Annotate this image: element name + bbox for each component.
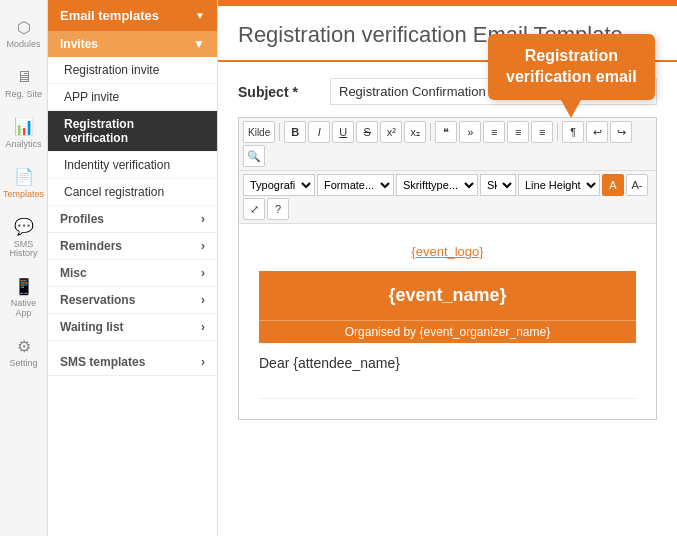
form-area: Subject * Kilde B I U S x² x₂ ❝ » xyxy=(218,62,677,436)
event-logo-placeholder: {event_logo} xyxy=(259,244,636,259)
toolbar-blockquote-btn[interactable]: ❝ xyxy=(435,121,457,143)
toolbar-align-right-btn[interactable]: ≡ xyxy=(531,121,553,143)
invites-group-header[interactable]: Invites ▼ xyxy=(48,31,217,57)
main-content: Registrationverification email Registrat… xyxy=(218,0,677,536)
toolbar-lineheight-select[interactable]: Line Height xyxy=(518,174,600,196)
dear-text: Dear {attendee_name} xyxy=(259,355,636,371)
profiles-chevron-icon: › xyxy=(201,212,205,226)
templates-icon: 📄 xyxy=(13,166,35,188)
toolbar-quote-btn[interactable]: » xyxy=(459,121,481,143)
toolbar-align-left-btn[interactable]: ≡ xyxy=(483,121,505,143)
waiting-list-section[interactable]: Waiting list › xyxy=(48,314,217,341)
native-app-label: Native App xyxy=(4,299,44,319)
reminders-section[interactable]: Reminders › xyxy=(48,233,217,260)
reminders-chevron-icon: › xyxy=(201,239,205,253)
analytics-label: Analytics xyxy=(5,140,41,150)
reg-site-label: Reg. Site xyxy=(5,90,42,100)
toolbar-sep-3 xyxy=(557,123,558,141)
left-nav-chevron-icon: ▼ xyxy=(195,10,205,21)
toolbar-paragraph-btn[interactable]: ¶ xyxy=(562,121,584,143)
toolbar-sep-2 xyxy=(430,123,431,141)
callout-bubble: Registrationverification email xyxy=(488,34,655,100)
left-nav: Email templates ▼ Invites ▼ Registration… xyxy=(48,0,218,536)
sidebar-item-analytics[interactable]: 📊 Analytics xyxy=(2,110,46,156)
toolbar-strikethrough-btn[interactable]: S xyxy=(356,121,378,143)
callout-text: Registrationverification email xyxy=(506,47,637,85)
event-name-banner: {event_name} xyxy=(259,271,636,320)
setting-label: Setting xyxy=(9,359,37,369)
toolbar-fontcolor2-btn[interactable]: A- xyxy=(626,174,648,196)
callout-arrow xyxy=(561,100,581,118)
waiting-list-chevron-icon: › xyxy=(201,320,205,334)
left-nav-header[interactable]: Email templates ▼ xyxy=(48,0,217,31)
profiles-section[interactable]: Profiles › xyxy=(48,206,217,233)
toolbar-help-btn[interactable]: ? xyxy=(267,198,289,220)
sms-templates-section[interactable]: SMS templates › xyxy=(48,349,217,376)
nav-item-registration-invite[interactable]: Registration invite xyxy=(48,57,217,84)
analytics-icon: 📊 xyxy=(13,116,35,138)
invites-group-label: Invites xyxy=(60,37,98,51)
nav-item-app-invite[interactable]: APP invite xyxy=(48,84,217,111)
sms-history-label: SMS History xyxy=(4,240,44,260)
nav-item-cancel-registration[interactable]: Cancel registration xyxy=(48,179,217,206)
toolbar-fontcolor-btn[interactable]: A xyxy=(602,174,624,196)
toolbar-source-btn[interactable]: Kilde xyxy=(243,121,275,143)
sidebar-item-sms-history[interactable]: 💬 SMS History xyxy=(2,210,46,266)
toolbar-redo-btn[interactable]: ↪ xyxy=(610,121,632,143)
toolbar-underline-btn[interactable]: U xyxy=(332,121,354,143)
nav-item-registration-verification[interactable]: Registration verification xyxy=(48,111,217,152)
sidebar-item-native-app[interactable]: 📱 Native App xyxy=(2,269,46,325)
toolbar-bold-btn[interactable]: B xyxy=(284,121,306,143)
sidebar-item-reg-site[interactable]: 🖥 Reg. Site xyxy=(2,60,46,106)
templates-label: Templates xyxy=(3,190,44,200)
sms-templates-chevron-icon: › xyxy=(201,355,205,369)
toolbar-row-1: Kilde B I U S x² x₂ ❝ » ≡ ≡ ≡ ¶ ↩ xyxy=(239,118,656,171)
sidebar-item-templates[interactable]: 📄 Templates xyxy=(2,160,46,206)
modules-icon: ⬡ xyxy=(13,16,35,38)
reservations-chevron-icon: › xyxy=(201,293,205,307)
native-app-icon: 📱 xyxy=(13,275,35,297)
subject-label: Subject * xyxy=(238,84,318,100)
invites-chevron-icon: ▼ xyxy=(193,37,205,51)
nav-item-identity-verification[interactable]: Indentity verification xyxy=(48,152,217,179)
toolbar-typography-select[interactable]: Typografi xyxy=(243,174,315,196)
editor-body[interactable]: {event_logo} {event_name} Organised by {… xyxy=(239,224,656,419)
toolbar-fontsize-select[interactable]: Sk... xyxy=(480,174,516,196)
modules-label: Modules xyxy=(6,40,40,50)
toolbar-subscript-btn[interactable]: x₂ xyxy=(404,121,426,143)
toolbar-sep-1 xyxy=(279,123,280,141)
toolbar-fullscreen-btn[interactable]: ⤢ xyxy=(243,198,265,220)
toolbar-superscript-btn[interactable]: x² xyxy=(380,121,402,143)
event-organizer-banner: Organised by {event_organizer_name} xyxy=(259,320,636,343)
editor-container: Kilde B I U S x² x₂ ❝ » ≡ ≡ ≡ ¶ ↩ xyxy=(238,117,657,420)
misc-chevron-icon: › xyxy=(201,266,205,280)
reservations-section[interactable]: Reservations › xyxy=(48,287,217,314)
sms-history-icon: 💬 xyxy=(13,216,35,238)
toolbar-fonttype-select[interactable]: Skrifttype... xyxy=(396,174,478,196)
icon-sidebar: ⬡ Modules 🖥 Reg. Site 📊 Analytics 📄 Temp… xyxy=(0,0,48,536)
toolbar-italic-btn[interactable]: I xyxy=(308,121,330,143)
toolbar-format-select[interactable]: Formate... xyxy=(317,174,394,196)
toolbar-row-2: Typografi Formate... Skrifttype... Sk...… xyxy=(239,171,656,224)
setting-icon: ⚙ xyxy=(13,335,35,357)
reg-site-icon: 🖥 xyxy=(13,66,35,88)
sidebar-item-setting[interactable]: ⚙ Setting xyxy=(2,329,46,375)
misc-section[interactable]: Misc › xyxy=(48,260,217,287)
toolbar-search-btn[interactable]: 🔍 xyxy=(243,145,265,167)
sidebar-item-modules[interactable]: ⬡ Modules xyxy=(2,10,46,56)
left-nav-header-label: Email templates xyxy=(60,8,159,23)
toolbar-align-center-btn[interactable]: ≡ xyxy=(507,121,529,143)
toolbar-undo-btn[interactable]: ↩ xyxy=(586,121,608,143)
